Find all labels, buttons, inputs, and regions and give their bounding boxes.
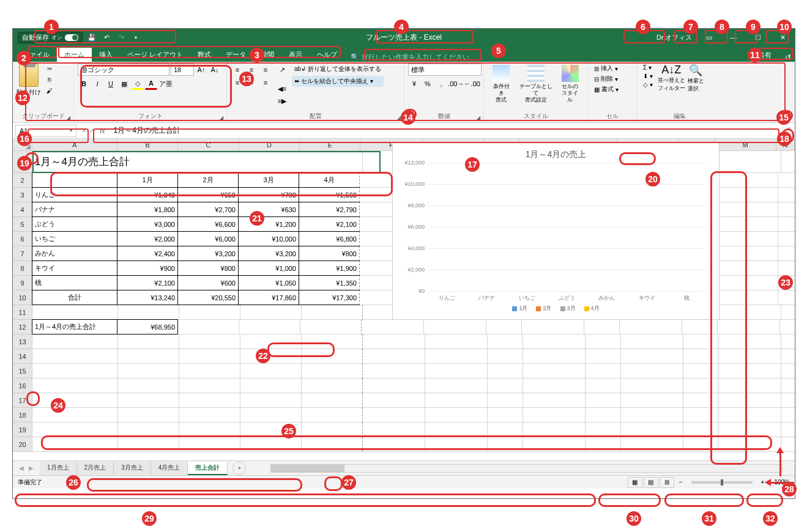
cell[interactable] <box>683 349 719 364</box>
conditional-format-button[interactable]: 条件付き 書式 <box>488 64 515 104</box>
row-header[interactable]: 4 <box>13 202 32 217</box>
page-break-view-icon[interactable]: ⊞ <box>660 477 674 488</box>
cell[interactable] <box>778 188 795 202</box>
cell[interactable] <box>32 393 118 408</box>
font-color-button[interactable]: A <box>145 78 157 90</box>
zoom-slider[interactable] <box>691 481 753 484</box>
cell[interactable] <box>488 379 523 393</box>
cell[interactable] <box>719 334 781 349</box>
cell[interactable]: ¥3,200 <box>177 246 239 261</box>
cell[interactable] <box>425 423 488 437</box>
cell[interactable] <box>363 423 425 437</box>
cell[interactable] <box>523 379 586 393</box>
cell[interactable] <box>179 437 240 452</box>
cell[interactable]: 合計 <box>32 290 117 305</box>
cell[interactable] <box>179 379 240 393</box>
cell[interactable] <box>719 379 781 393</box>
title-cell[interactable]: 1月～4月の売上合計 <box>32 151 363 173</box>
cell[interactable] <box>586 437 621 452</box>
cell[interactable] <box>683 437 719 452</box>
italic-button[interactable]: I <box>91 78 103 90</box>
format-painter-icon[interactable]: 🖌 <box>43 86 56 95</box>
cell[interactable] <box>240 305 302 320</box>
accounting-format-icon[interactable]: ¥ <box>408 78 420 90</box>
sheet-tab[interactable]: 4月売上 <box>151 462 188 475</box>
cell[interactable] <box>32 408 118 423</box>
cell[interactable] <box>523 393 586 408</box>
normal-view-icon[interactable]: ▦ <box>628 477 642 488</box>
clear-button[interactable]: ◇ ▾ <box>641 81 655 89</box>
column-header[interactable]: C <box>178 139 239 150</box>
cell[interactable] <box>363 364 425 379</box>
cell[interactable] <box>302 305 363 320</box>
formula-input[interactable]: 1月～4月の売上合計 <box>110 125 783 136</box>
format-as-table-button[interactable]: テーブルとして 書式設定 <box>515 64 556 104</box>
ribbon-tab-1[interactable]: ホーム <box>57 48 92 62</box>
cell[interactable] <box>32 334 118 349</box>
ribbon-tab-8[interactable]: ヘルプ <box>310 48 344 62</box>
cell[interactable] <box>240 364 302 379</box>
cell[interactable] <box>781 349 795 364</box>
cell[interactable] <box>424 320 486 334</box>
cell[interactable] <box>716 290 778 305</box>
cell[interactable] <box>179 305 240 320</box>
sheet-tab[interactable]: 3月売上 <box>114 462 151 475</box>
cell[interactable]: ¥1,560 <box>299 187 360 202</box>
sheet-tab[interactable]: 売上合計 <box>188 462 228 475</box>
cell[interactable] <box>586 349 621 364</box>
row-header[interactable]: 2 <box>13 173 32 188</box>
ribbon-tab-5[interactable]: データ <box>218 48 253 62</box>
cell[interactable] <box>716 246 778 261</box>
cell[interactable] <box>586 423 621 437</box>
clipboard-launcher-icon[interactable]: ◢ <box>65 114 72 121</box>
cell[interactable] <box>781 393 795 408</box>
ribbon-tab-2[interactable]: 挿入 <box>92 48 120 62</box>
cell[interactable] <box>363 334 425 349</box>
cell[interactable]: ¥1,040 <box>117 187 178 202</box>
column-header[interactable]: E <box>300 139 360 150</box>
cell[interactable] <box>118 408 179 423</box>
ribbon-tab-4[interactable]: 数式 <box>190 48 218 62</box>
row-header[interactable]: 13 <box>13 334 32 349</box>
ribbon-tab-3[interactable]: ページ レイアウト <box>120 48 190 62</box>
cell[interactable] <box>300 320 362 334</box>
cell[interactable] <box>118 364 179 379</box>
cell[interactable] <box>523 437 586 452</box>
cell[interactable] <box>178 320 239 334</box>
row-header[interactable]: 19 <box>13 423 32 437</box>
cell[interactable]: ¥2,400 <box>117 246 178 261</box>
increase-font-icon[interactable]: A↑ <box>195 64 207 76</box>
spreadsheet-grid[interactable]: ABCDEFGHIJKLMN 1234567891011121314151617… <box>13 139 795 460</box>
cell[interactable]: ¥68,950 <box>117 319 178 334</box>
cell[interactable] <box>621 393 683 408</box>
cell[interactable]: ¥900 <box>117 260 178 276</box>
sheet-nav-prev-icon[interactable]: ◀ <box>19 465 24 471</box>
cell[interactable]: ¥1,900 <box>299 260 360 276</box>
scrollbar-thumb[interactable] <box>271 465 344 472</box>
cell[interactable]: ¥650 <box>177 187 239 202</box>
cell[interactable] <box>523 364 586 379</box>
cell[interactable] <box>621 423 683 437</box>
cell[interactable] <box>425 334 488 349</box>
cell[interactable] <box>719 393 781 408</box>
cell[interactable]: ¥3,200 <box>238 246 299 261</box>
cell[interactable] <box>240 379 302 393</box>
cell[interactable] <box>716 217 778 232</box>
cell[interactable] <box>488 334 523 349</box>
cell[interactable] <box>363 408 425 423</box>
cell[interactable] <box>302 364 363 379</box>
row-header[interactable]: 20 <box>13 437 32 452</box>
cell[interactable] <box>523 334 586 349</box>
cell[interactable] <box>621 334 683 349</box>
cell[interactable] <box>778 261 795 276</box>
cell[interactable] <box>716 276 778 290</box>
cell[interactable] <box>716 173 778 188</box>
cancel-formula-icon[interactable]: ✕ <box>81 127 87 135</box>
format-cells-button[interactable]: ▦ 書式 ▾ <box>592 84 633 94</box>
qat-dropdown-icon[interactable]: ▾ <box>130 32 141 43</box>
cell[interactable] <box>719 305 781 320</box>
cell[interactable] <box>118 379 179 393</box>
column-header[interactable]: D <box>239 139 300 150</box>
cell[interactable] <box>683 408 719 423</box>
cell[interactable]: ¥6,800 <box>299 231 360 246</box>
